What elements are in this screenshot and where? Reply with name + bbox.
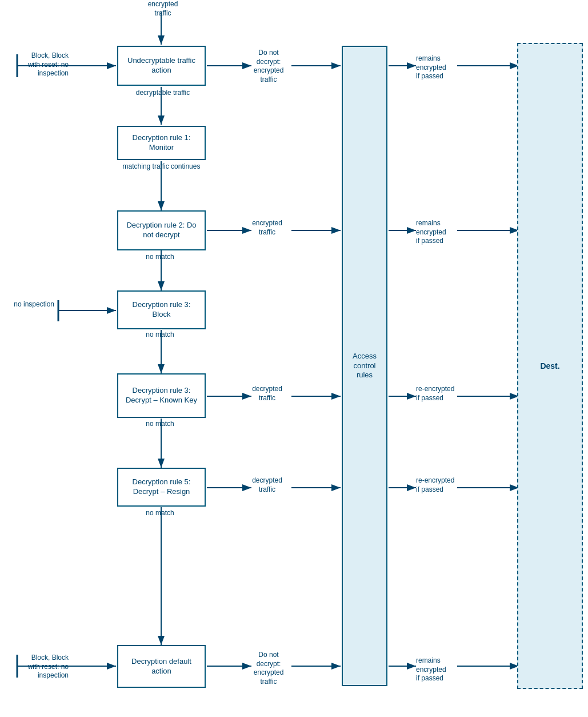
matching-traffic-label: matching traffic continues bbox=[109, 162, 214, 172]
remains-encrypted-1-label: remainsencryptedif passed bbox=[416, 54, 461, 81]
no-match-3-label: no match bbox=[131, 420, 189, 429]
no-match-1-label: no match bbox=[131, 253, 189, 262]
remains-encrypted-3-label: remainsencryptedif passed bbox=[416, 656, 461, 683]
arrows-svg bbox=[0, 0, 588, 717]
rule2-box: Decryption rule 2: Do not decrypt bbox=[117, 210, 206, 250]
no-match-2-label: no match bbox=[131, 330, 189, 340]
rule3-box: Decryption rule 3: Block bbox=[117, 290, 206, 329]
rule4-box: Decryption rule 3: Decrypt – Known Key bbox=[117, 373, 206, 418]
re-encrypted-2-label: re-encryptedif passed bbox=[416, 476, 462, 494]
block-note-1: Block, Blockwith reset: noinspection bbox=[0, 51, 69, 78]
re-encrypted-1-label: re-encryptedif passed bbox=[416, 385, 462, 403]
rule5-box: Decryption rule 5: Decrypt – Resign bbox=[117, 468, 206, 507]
do-not-decrypt-2-label: Do notdecrypt:encryptedtraffic bbox=[246, 651, 291, 686]
no-inspection-note: no inspection bbox=[0, 300, 54, 309]
encrypted-traffic-top-label: encrypted traffic bbox=[140, 0, 186, 18]
no-match-4-label: no match bbox=[131, 509, 189, 518]
decrypted-traffic-2-label: decryptedtraffic bbox=[246, 476, 289, 494]
undecryptable-box: Undecryptable traffic action bbox=[117, 46, 206, 86]
decryptable-traffic-label: decryptable traffic bbox=[120, 89, 206, 98]
decrypted-traffic-1-label: decryptedtraffic bbox=[246, 385, 289, 403]
ac-rules-box: Access control rules bbox=[342, 46, 387, 686]
block-note-2: Block, Blockwith reset: noinspection bbox=[0, 654, 69, 680]
do-not-decrypt-1-label: Do notdecrypt:encryptedtraffic bbox=[246, 49, 291, 84]
rule1-box: Decryption rule 1: Monitor bbox=[117, 126, 206, 160]
diagram-container: encrypted traffic Undecryptable traffic … bbox=[0, 0, 588, 717]
default-box: Decryption default action bbox=[117, 645, 206, 688]
dest-box: Dest. bbox=[517, 43, 583, 689]
remains-encrypted-2-label: remainsencryptedif passed bbox=[416, 219, 461, 246]
encrypted-traffic-2-label: encryptedtraffic bbox=[246, 219, 289, 237]
